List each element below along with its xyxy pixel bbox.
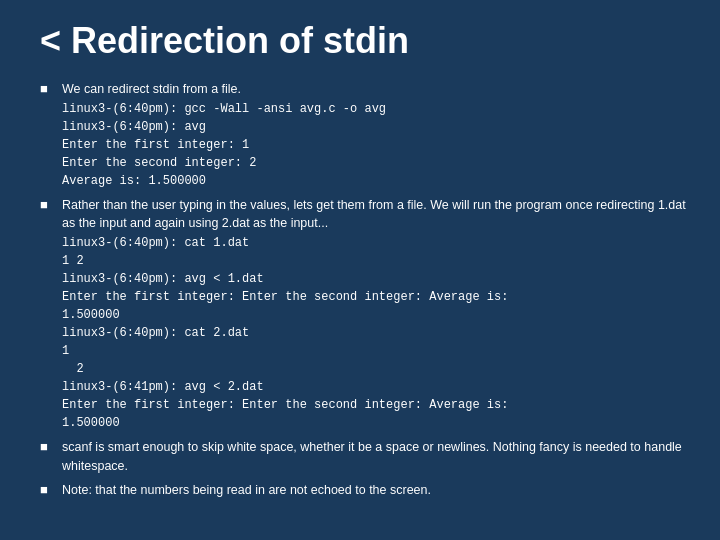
bullet-text-2: Rather than the user typing in the value… xyxy=(62,196,690,432)
slide: < Redirection of stdin ■ We can redirect… xyxy=(0,0,720,540)
bullet-text-3: scanf is smart enough to skip white spac… xyxy=(62,438,690,474)
bullet-item-1: ■ We can redirect stdin from a file. lin… xyxy=(40,80,690,190)
code-block-1: linux3-(6:40pm): gcc -Wall -ansi avg.c -… xyxy=(62,100,386,190)
bullet-marker-2: ■ xyxy=(40,197,54,212)
slide-title: < Redirection of stdin xyxy=(30,20,690,62)
bullet-item-2: ■ Rather than the user typing in the val… xyxy=(40,196,690,432)
code-block-2: linux3-(6:40pm): cat 1.dat 1 2 linux3-(6… xyxy=(62,234,690,432)
bullet-item-4: ■ Note: that the numbers being read in a… xyxy=(40,481,690,499)
bullet-marker-1: ■ xyxy=(40,81,54,96)
slide-content: ■ We can redirect stdin from a file. lin… xyxy=(30,80,690,499)
bullet-item-3: ■ scanf is smart enough to skip white sp… xyxy=(40,438,690,474)
bullet-marker-3: ■ xyxy=(40,439,54,454)
bullet-text-1: We can redirect stdin from a file. linux… xyxy=(62,80,386,190)
bullet-text-4: Note: that the numbers being read in are… xyxy=(62,481,431,499)
bullet-marker-4: ■ xyxy=(40,482,54,497)
